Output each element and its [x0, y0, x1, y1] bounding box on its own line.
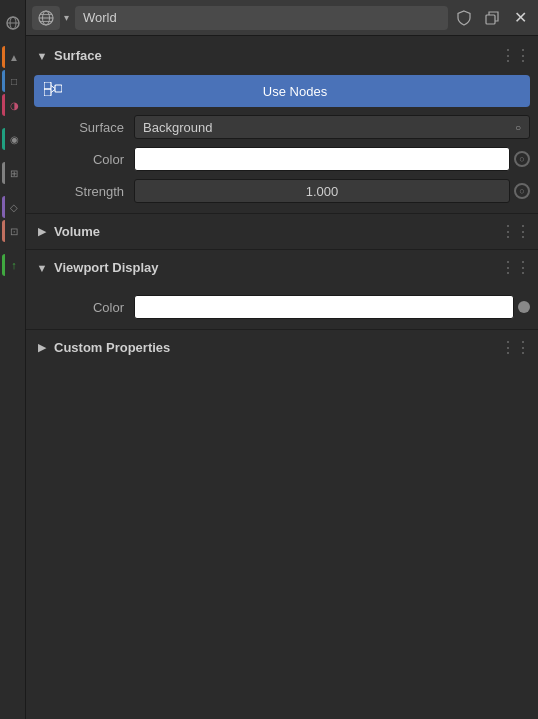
color-dot-indicator[interactable]: ○: [514, 151, 530, 167]
strength-value: 1.000: [306, 184, 339, 199]
color-swatch[interactable]: [134, 147, 510, 171]
surface-dots: ⋮⋮: [500, 46, 530, 65]
toolbar-icon-7[interactable]: ◇: [2, 196, 24, 218]
volume-dots: ⋮⋮: [500, 222, 530, 241]
toolbar-icon-9[interactable]: ↑: [2, 254, 24, 276]
toolbar-icon-2[interactable]: ▲: [2, 46, 24, 68]
surface-section: ▼ Surface ⋮⋮ Use No: [26, 40, 538, 211]
surface-arrow: ▼: [34, 50, 50, 62]
surface-title: Surface: [54, 48, 500, 63]
left-toolbar: ▲ □ ◑ ◉ ⊞ ◇ ⊡ ↑: [0, 0, 26, 719]
toolbar-icon-8[interactable]: ⊡: [2, 220, 24, 242]
volume-title: Volume: [54, 224, 500, 239]
strength-prop-control: 1.000 ○: [134, 179, 530, 203]
use-nodes-button[interactable]: Use Nodes: [34, 75, 530, 107]
viewport-color-prop-row: Color: [34, 295, 530, 319]
content: ▼ Surface ⋮⋮ Use No: [26, 36, 538, 719]
divider-2: [26, 249, 538, 250]
copy-icon-btn[interactable]: [480, 6, 504, 30]
divider-3: [26, 329, 538, 330]
volume-arrow: ▶: [34, 225, 50, 238]
toolbar-icon-5[interactable]: ◉: [2, 128, 24, 150]
color-prop-label: Color: [34, 152, 134, 167]
close-button[interactable]: ✕: [508, 6, 532, 30]
viewport-color-prop-control: [134, 295, 530, 319]
svg-rect-10: [44, 89, 51, 96]
divider-1: [26, 213, 538, 214]
surface-prop-row: Surface Background ○: [34, 115, 530, 139]
shield-icon-btn[interactable]: [452, 6, 476, 30]
viewport-display-section-header[interactable]: ▼ Viewport Display ⋮⋮: [26, 252, 538, 283]
surface-dropdown[interactable]: Background ○: [134, 115, 530, 139]
surface-dropdown-arrow: ○: [515, 122, 521, 133]
svg-rect-9: [44, 82, 51, 89]
surface-prop-control: Background ○: [134, 115, 530, 139]
volume-section: ▶ Volume ⋮⋮: [26, 216, 538, 247]
viewport-display-title: Viewport Display: [54, 260, 500, 275]
color-prop-row: Color ○: [34, 147, 530, 171]
custom-properties-section-header[interactable]: ▶ Custom Properties ⋮⋮: [26, 332, 538, 363]
svg-rect-11: [55, 85, 62, 92]
strength-prop-label: Strength: [34, 184, 134, 199]
custom-properties-title: Custom Properties: [54, 340, 500, 355]
toolbar-icon-4[interactable]: ◑: [2, 94, 24, 116]
viewport-display-section: ▼ Viewport Display ⋮⋮ Color: [26, 252, 538, 327]
world-title-text: World: [83, 10, 117, 25]
volume-section-header[interactable]: ▶ Volume ⋮⋮: [26, 216, 538, 247]
main-panel: ▾ World ✕ ▼: [26, 0, 538, 719]
toolbar-icon-1[interactable]: [2, 12, 24, 34]
viewport-display-dots: ⋮⋮: [500, 258, 530, 277]
custom-properties-section: ▶ Custom Properties ⋮⋮: [26, 332, 538, 363]
world-icon[interactable]: [32, 6, 60, 30]
viewport-color-swatch[interactable]: [134, 295, 514, 319]
header: ▾ World ✕: [26, 0, 538, 36]
header-title: World: [75, 6, 448, 30]
custom-properties-arrow: ▶: [34, 341, 50, 354]
strength-number-field[interactable]: 1.000: [134, 179, 510, 203]
use-nodes-label: Use Nodes: [70, 84, 520, 99]
color-prop-control: ○: [134, 147, 530, 171]
close-icon: ✕: [514, 8, 527, 27]
viewport-display-arrow: ▼: [34, 262, 50, 274]
surface-section-body: Use Nodes Surface Background ○ Color: [26, 71, 538, 211]
use-nodes-icon: [44, 82, 62, 100]
strength-dot-indicator[interactable]: ○: [514, 183, 530, 199]
header-icons: ✕: [452, 6, 532, 30]
surface-prop-label: Surface: [34, 120, 134, 135]
viewport-color-dot[interactable]: [518, 301, 530, 313]
toolbar-icon-3[interactable]: □: [2, 70, 24, 92]
surface-dropdown-value: Background: [143, 120, 212, 135]
svg-rect-8: [486, 15, 495, 24]
strength-prop-row: Strength 1.000 ○: [34, 179, 530, 203]
surface-section-header[interactable]: ▼ Surface ⋮⋮: [26, 40, 538, 71]
custom-properties-dots: ⋮⋮: [500, 338, 530, 357]
toolbar-icon-6[interactable]: ⊞: [2, 162, 24, 184]
viewport-color-prop-label: Color: [34, 300, 134, 315]
header-dropdown-arrow[interactable]: ▾: [64, 12, 69, 23]
viewport-display-section-body: Color: [26, 283, 538, 327]
